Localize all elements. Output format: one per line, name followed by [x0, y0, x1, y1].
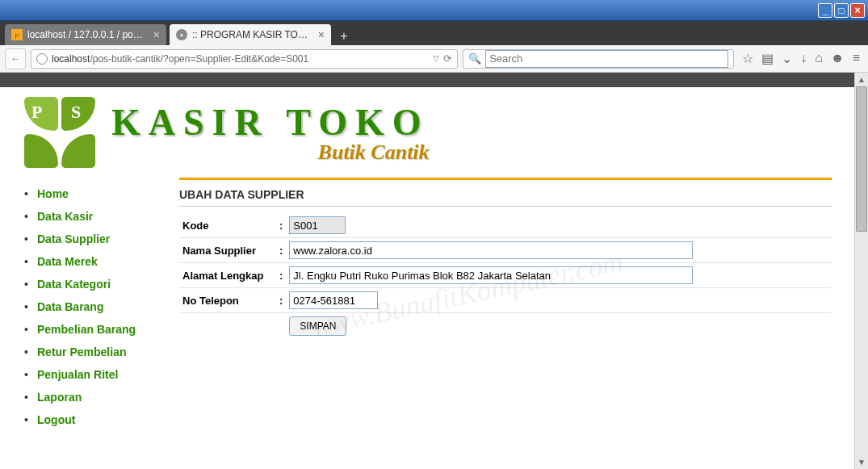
url-text: localhost/pos-butik-cantik/?open=Supplie…	[52, 53, 429, 65]
site-header: KASIR TOKO Butik Cantik	[23, 95, 832, 170]
vertical-scrollbar[interactable]: ▲ ▼	[854, 73, 868, 469]
label-nama: Nama Supplier	[179, 238, 276, 263]
nav-link[interactable]: Data Supplier	[37, 232, 110, 245]
clipboard-icon[interactable]: ▤	[761, 51, 774, 66]
site-identity-icon[interactable]	[36, 53, 48, 65]
reload-button[interactable]: ⟳	[443, 52, 452, 65]
sidebar-item-data-kasir: Data Kasir	[23, 205, 160, 228]
search-icon: 🔍	[468, 52, 481, 65]
menu-icon[interactable]: ≡	[853, 51, 860, 66]
browser-tab-1[interactable]: ● :: PROGRAM KASIR TOKO - BUTIK... ×	[170, 24, 331, 45]
sidebar-item-data-merek: Data Merek	[23, 250, 160, 273]
nama-supplier-input[interactable]	[289, 241, 693, 259]
bookmark-star-icon[interactable]: ☆	[742, 51, 753, 66]
toolbar-icons: ☆ ▤ ⌄ ↓ ⌂ ☻ ≡	[739, 51, 863, 66]
new-tab-button[interactable]: +	[334, 27, 354, 45]
brand-subtitle: Butik Cantik	[111, 140, 430, 165]
pocket-icon[interactable]: ⌄	[782, 51, 792, 66]
kode-input	[289, 216, 346, 234]
window-maximize-button[interactable]: □	[834, 3, 849, 18]
label-telepon: No Telepon	[179, 288, 276, 313]
url-dropdown-icon[interactable]: ▽	[433, 54, 439, 63]
tab-title: localhost / 127.0.0.1 / pos_b...	[27, 29, 147, 40]
sidebar-item-data-barang: Data Barang	[23, 295, 160, 318]
sidebar-item-data-kategori: Data Kategori	[23, 273, 160, 295]
url-bar[interactable]: localhost/pos-butik-cantik/?open=Supplie…	[31, 49, 458, 69]
search-input[interactable]	[485, 50, 728, 68]
nav-link[interactable]: Retur Pembelian	[37, 345, 126, 358]
page-viewport: ▲ ▼ KASIR TOKO Butik Cantik Home Data Ka…	[0, 73, 868, 469]
tab-close-icon[interactable]: ×	[318, 28, 325, 41]
content-area: www.BunafitKomputer.com UBAH DATA SUPPLI…	[179, 178, 832, 431]
scroll-up-arrow[interactable]: ▲	[855, 73, 868, 86]
nav-link[interactable]: Laporan	[37, 391, 82, 404]
supplier-form: Kode : Nama Supplier : Alamat Lengkap :	[179, 213, 832, 339]
sidebar-item-logout: Logout	[23, 408, 160, 431]
back-button[interactable]: ←	[5, 48, 26, 69]
chat-icon[interactable]: ☻	[831, 51, 845, 66]
nav-link[interactable]: Data Kategori	[37, 278, 111, 291]
sidebar-nav: Home Data Kasir Data Supplier Data Merek…	[23, 178, 160, 431]
window-close-button[interactable]: ×	[850, 3, 865, 18]
scroll-down-arrow[interactable]: ▼	[855, 455, 868, 469]
window-minimize-button[interactable]: _	[818, 3, 832, 18]
nav-link[interactable]: Pembelian Barang	[37, 323, 136, 336]
globe-icon: ●	[176, 29, 187, 40]
nav-link[interactable]: Home	[37, 187, 69, 200]
browser-tab-0[interactable]: p localhost / 127.0.0.1 / pos_b... ×	[5, 24, 166, 45]
label-alamat: Alamat Lengkap	[179, 263, 276, 288]
site-logo-icon	[23, 95, 97, 170]
sidebar-item-pembelian-barang: Pembelian Barang	[23, 318, 160, 341]
label-kode: Kode	[179, 213, 276, 238]
page-title: UBAH DATA SUPPLIER	[179, 188, 832, 207]
window-titlebar: _ □ ×	[0, 0, 868, 21]
nav-link[interactable]: Data Barang	[37, 300, 103, 313]
brand-title: KASIR TOKO	[111, 101, 430, 144]
nav-link[interactable]: Penjualan Ritel	[37, 368, 118, 381]
home-icon[interactable]: ⌂	[815, 51, 823, 66]
browser-toolbar: ← localhost/pos-butik-cantik/?open=Suppl…	[0, 45, 868, 73]
tab-title: :: PROGRAM KASIR TOKO - BUTIK...	[192, 29, 312, 40]
tab-close-icon[interactable]: ×	[153, 28, 160, 41]
browser-tabbar: p localhost / 127.0.0.1 / pos_b... × ● :…	[0, 21, 868, 45]
nav-link[interactable]: Data Merek	[37, 255, 98, 268]
sidebar-item-home: Home	[23, 182, 160, 205]
downloads-icon[interactable]: ↓	[800, 51, 807, 66]
nav-link[interactable]: Logout	[37, 413, 75, 426]
nav-link[interactable]: Data Kasir	[37, 210, 93, 223]
telepon-input[interactable]	[289, 291, 378, 309]
sidebar-item-laporan: Laporan	[23, 386, 160, 408]
sidebar-item-data-supplier: Data Supplier	[23, 228, 160, 250]
phpmyadmin-icon: p	[11, 29, 23, 40]
alamat-input[interactable]	[289, 266, 693, 284]
sidebar-item-retur-pembelian: Retur Pembelian	[23, 341, 160, 363]
page-top-strip	[0, 73, 854, 87]
sidebar-item-penjualan-ritel: Penjualan Ritel	[23, 363, 160, 386]
search-bar[interactable]: 🔍	[463, 49, 734, 69]
scroll-thumb[interactable]	[856, 86, 867, 232]
simpan-button[interactable]: SIMPAN	[289, 316, 346, 336]
